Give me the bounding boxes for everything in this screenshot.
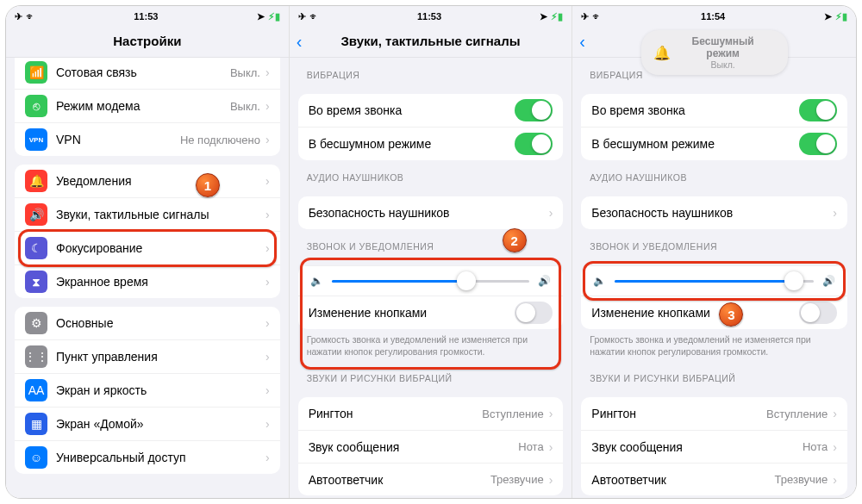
row-value: Вступление xyxy=(766,408,828,420)
chevron-icon: › xyxy=(833,407,837,420)
row-value: Трезвучие xyxy=(775,473,828,486)
row-value: Выкл. xyxy=(230,100,260,113)
page-title: Звуки, тактильные сигналы xyxy=(340,34,520,48)
display-icon: AA xyxy=(25,379,47,401)
volume-slider-row: 🔈 🔊 xyxy=(581,265,847,296)
settings-row[interactable]: ☾ Фокусирование › xyxy=(15,231,280,264)
settings-row[interactable]: VPN VPN Не подключено› xyxy=(15,122,280,156)
chevron-icon: › xyxy=(265,417,270,431)
airplane-icon: ✈︎ xyxy=(15,11,22,22)
status-time: 11:54 xyxy=(701,11,725,22)
sound-row[interactable]: Рингтон Вступление › xyxy=(298,397,564,430)
chevron-icon: › xyxy=(265,241,270,255)
volume-slider[interactable] xyxy=(332,280,530,283)
airplane-icon: ✈︎ xyxy=(298,11,306,22)
wifi-icon: ᯤ xyxy=(309,11,319,22)
sound-row[interactable]: Автоответчик Трезвучие › xyxy=(298,463,564,495)
settings-row[interactable]: ☺ Универсальный доступ › xyxy=(15,440,280,474)
chevron-icon: › xyxy=(549,440,553,454)
step-badge-1: 1 xyxy=(196,173,220,197)
row-change-with-buttons[interactable]: Изменение кнопками xyxy=(581,296,847,329)
general-icon: ⚙ xyxy=(25,312,47,334)
sound-row[interactable]: Автоответчик Трезвучие › xyxy=(581,463,847,495)
battery-icon: ⚡︎▮ xyxy=(835,11,847,22)
row-label: Экран «Домой» xyxy=(56,417,265,431)
sound-row[interactable]: Рингтон Вступление › xyxy=(581,397,847,430)
settings-row[interactable]: 🔊 Звуки, тактильные сигналы › xyxy=(15,197,280,231)
sound-row[interactable]: Звук сообщения Нота › xyxy=(581,430,847,463)
row-value: Нота xyxy=(518,440,543,453)
page-title: Настройки xyxy=(113,34,181,48)
settings-row[interactable]: ⧗ Экранное время › xyxy=(15,264,280,298)
location-icon: ➤ xyxy=(824,11,832,22)
volume-high-icon: 🔊 xyxy=(538,275,551,287)
row-headphone-safety[interactable]: Безопасность наушников› xyxy=(581,196,847,229)
settings-row[interactable]: ⎋ Режим модема Выкл.› xyxy=(15,89,280,122)
access-icon: ☺ xyxy=(25,446,47,469)
airplane-icon: ✈︎ xyxy=(581,11,589,22)
chevron-icon: › xyxy=(265,350,270,364)
wifi-icon: ᯤ xyxy=(592,11,602,22)
battery-icon: ⚡︎▮ xyxy=(551,11,563,22)
row-value: Нота xyxy=(803,440,828,453)
row-vibrate-ring[interactable]: Во время звонка xyxy=(581,94,847,127)
volume-low-icon: 🔈 xyxy=(593,275,606,287)
row-value: Вступление xyxy=(482,408,543,420)
toggle-vibrate-ring[interactable] xyxy=(515,99,553,121)
row-label: Основные xyxy=(56,316,265,330)
back-button[interactable]: ‹ xyxy=(579,33,585,50)
row-value: Не подключено xyxy=(180,134,260,146)
chevron-icon: › xyxy=(265,99,270,113)
status-bar: ✈︎ᯤ 11:54 ➤⚡︎▮ xyxy=(572,6,856,25)
footer-note: Громкость звонка и уведомлений не изменя… xyxy=(290,329,572,361)
navbar: Настройки xyxy=(6,25,289,58)
notif-icon: 🔔 xyxy=(25,170,47,192)
row-headphone-safety[interactable]: Безопасность наушников› xyxy=(298,196,564,229)
row-vibrate-ring[interactable]: Во время звонка xyxy=(298,94,564,127)
pane-settings: ✈︎ᯤ 11:53 ➤⚡︎▮ Настройки 📶 Сотовая связь… xyxy=(6,6,290,498)
settings-row[interactable]: ▦ Экран «Домой» › xyxy=(15,407,280,440)
row-label: Автоответчик xyxy=(309,473,490,487)
step-badge-2: 2 xyxy=(503,228,527,252)
chevron-icon: › xyxy=(833,440,837,454)
section-headphone: АУДИО НАУШНИКОВ xyxy=(290,160,572,188)
settings-row[interactable]: 📶 Сотовая связь Выкл.› xyxy=(15,58,280,89)
volume-high-icon: 🔊 xyxy=(822,275,835,287)
settings-row[interactable]: ⚙ Основные › xyxy=(15,307,280,339)
row-label: Автоответчик xyxy=(591,473,774,487)
row-label: Рингтон xyxy=(591,407,766,420)
back-button[interactable]: ‹ xyxy=(297,33,303,50)
toggle-change-buttons[interactable] xyxy=(515,302,553,324)
toggle-change-buttons[interactable] xyxy=(799,302,837,324)
row-label: Уведомления xyxy=(56,174,265,188)
chevron-icon: › xyxy=(265,133,270,146)
toggle-vibrate-silent[interactable] xyxy=(799,133,837,155)
vpn-icon: VPN xyxy=(25,128,47,151)
volume-slider[interactable] xyxy=(615,280,814,283)
volume-low-icon: 🔈 xyxy=(310,275,323,287)
row-vibrate-silent[interactable]: В бесшумном режиме xyxy=(581,127,847,160)
row-change-with-buttons[interactable]: Изменение кнопками xyxy=(298,296,564,329)
pane-sounds-2: ✈︎ᯤ 11:53 ➤⚡︎▮ ‹ Звуки, тактильные сигна… xyxy=(290,6,573,498)
toggle-vibrate-silent[interactable] xyxy=(515,133,553,155)
section-headphone: АУДИО НАУШНИКОВ xyxy=(572,160,856,188)
section-ringer: ЗВОНОК И УВЕДОМЛЕНИЯ xyxy=(572,229,856,257)
sounds-icon: 🔊 xyxy=(25,203,47,226)
row-label: Режим модема xyxy=(56,99,230,113)
toggle-vibrate-ring[interactable] xyxy=(799,99,837,121)
settings-row[interactable]: AA Экран и яркость › xyxy=(15,373,280,407)
chevron-icon: › xyxy=(265,316,270,330)
row-vibrate-silent[interactable]: В бесшумном режиме xyxy=(298,127,564,160)
row-label: Сотовая связь xyxy=(56,65,230,79)
chevron-icon: › xyxy=(549,473,553,487)
chevron-icon: › xyxy=(265,275,270,289)
status-time: 11:53 xyxy=(134,11,158,22)
settings-row[interactable]: ⋮⋮ Пункт управления › xyxy=(15,339,280,373)
sound-row[interactable]: Звук сообщения Нота › xyxy=(298,430,564,463)
settings-row[interactable]: 🔔 Уведомления › xyxy=(15,165,280,197)
pane-sounds-3: ✈︎ᯤ 11:54 ➤⚡︎▮ ‹ 🔔 Бесшумный режим Выкл.… xyxy=(572,6,856,498)
bell-icon: 🔔 xyxy=(653,45,671,61)
silent-mode-pill: 🔔 Бесшумный режим Выкл. xyxy=(641,30,788,75)
section-ringer: ЗВОНОК И УВЕДОМЛЕНИЯ xyxy=(290,229,572,257)
section-vibration: ВИБРАЦИЯ xyxy=(290,58,572,85)
